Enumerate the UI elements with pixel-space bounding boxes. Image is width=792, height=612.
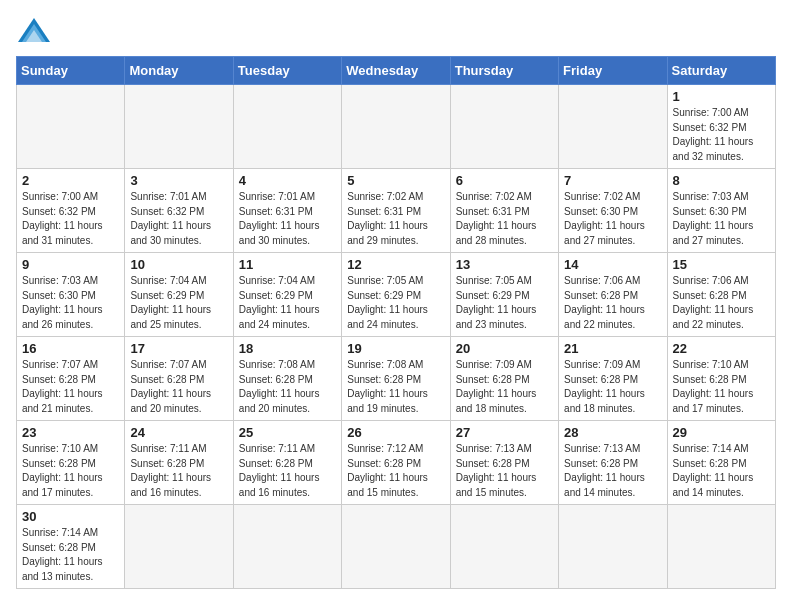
- calendar-day-cell: 16Sunrise: 7:07 AM Sunset: 6:28 PM Dayli…: [17, 337, 125, 421]
- calendar-day-cell: 24Sunrise: 7:11 AM Sunset: 6:28 PM Dayli…: [125, 421, 233, 505]
- day-number: 2: [22, 173, 119, 188]
- calendar-day-cell: 20Sunrise: 7:09 AM Sunset: 6:28 PM Dayli…: [450, 337, 558, 421]
- day-number: 17: [130, 341, 227, 356]
- day-info: Sunrise: 7:05 AM Sunset: 6:29 PM Dayligh…: [347, 274, 444, 332]
- day-info: Sunrise: 7:07 AM Sunset: 6:28 PM Dayligh…: [22, 358, 119, 416]
- weekday-header-tuesday: Tuesday: [233, 57, 341, 85]
- day-number: 10: [130, 257, 227, 272]
- weekday-header-wednesday: Wednesday: [342, 57, 450, 85]
- calendar-day-cell: 2Sunrise: 7:00 AM Sunset: 6:32 PM Daylig…: [17, 169, 125, 253]
- day-number: 1: [673, 89, 770, 104]
- page-header: [16, 16, 776, 44]
- calendar-day-cell: 23Sunrise: 7:10 AM Sunset: 6:28 PM Dayli…: [17, 421, 125, 505]
- calendar-day-cell: 17Sunrise: 7:07 AM Sunset: 6:28 PM Dayli…: [125, 337, 233, 421]
- calendar-day-cell: 13Sunrise: 7:05 AM Sunset: 6:29 PM Dayli…: [450, 253, 558, 337]
- day-info: Sunrise: 7:11 AM Sunset: 6:28 PM Dayligh…: [239, 442, 336, 500]
- day-number: 12: [347, 257, 444, 272]
- calendar-day-cell: 12Sunrise: 7:05 AM Sunset: 6:29 PM Dayli…: [342, 253, 450, 337]
- calendar-day-cell: 21Sunrise: 7:09 AM Sunset: 6:28 PM Dayli…: [559, 337, 667, 421]
- day-info: Sunrise: 7:14 AM Sunset: 6:28 PM Dayligh…: [22, 526, 119, 584]
- logo: [16, 16, 56, 44]
- day-number: 15: [673, 257, 770, 272]
- calendar-day-cell: 26Sunrise: 7:12 AM Sunset: 6:28 PM Dayli…: [342, 421, 450, 505]
- weekday-header-thursday: Thursday: [450, 57, 558, 85]
- calendar-day-cell: 19Sunrise: 7:08 AM Sunset: 6:28 PM Dayli…: [342, 337, 450, 421]
- calendar-day-cell: [125, 85, 233, 169]
- day-number: 24: [130, 425, 227, 440]
- weekday-header-row: SundayMondayTuesdayWednesdayThursdayFrid…: [17, 57, 776, 85]
- day-number: 27: [456, 425, 553, 440]
- day-info: Sunrise: 7:03 AM Sunset: 6:30 PM Dayligh…: [22, 274, 119, 332]
- day-number: 30: [22, 509, 119, 524]
- day-info: Sunrise: 7:04 AM Sunset: 6:29 PM Dayligh…: [239, 274, 336, 332]
- day-number: 20: [456, 341, 553, 356]
- calendar-day-cell: [17, 85, 125, 169]
- day-info: Sunrise: 7:04 AM Sunset: 6:29 PM Dayligh…: [130, 274, 227, 332]
- weekday-header-sunday: Sunday: [17, 57, 125, 85]
- calendar-week-row: 30Sunrise: 7:14 AM Sunset: 6:28 PM Dayli…: [17, 505, 776, 589]
- calendar-day-cell: [342, 505, 450, 589]
- calendar-day-cell: 28Sunrise: 7:13 AM Sunset: 6:28 PM Dayli…: [559, 421, 667, 505]
- day-number: 25: [239, 425, 336, 440]
- calendar-day-cell: 11Sunrise: 7:04 AM Sunset: 6:29 PM Dayli…: [233, 253, 341, 337]
- day-info: Sunrise: 7:08 AM Sunset: 6:28 PM Dayligh…: [239, 358, 336, 416]
- calendar-day-cell: [233, 505, 341, 589]
- day-info: Sunrise: 7:11 AM Sunset: 6:28 PM Dayligh…: [130, 442, 227, 500]
- calendar-day-cell: 25Sunrise: 7:11 AM Sunset: 6:28 PM Dayli…: [233, 421, 341, 505]
- day-info: Sunrise: 7:08 AM Sunset: 6:28 PM Dayligh…: [347, 358, 444, 416]
- calendar-day-cell: 30Sunrise: 7:14 AM Sunset: 6:28 PM Dayli…: [17, 505, 125, 589]
- day-number: 9: [22, 257, 119, 272]
- calendar-day-cell: [450, 505, 558, 589]
- day-number: 21: [564, 341, 661, 356]
- calendar-day-cell: 4Sunrise: 7:01 AM Sunset: 6:31 PM Daylig…: [233, 169, 341, 253]
- day-info: Sunrise: 7:13 AM Sunset: 6:28 PM Dayligh…: [564, 442, 661, 500]
- calendar-day-cell: 29Sunrise: 7:14 AM Sunset: 6:28 PM Dayli…: [667, 421, 775, 505]
- day-info: Sunrise: 7:09 AM Sunset: 6:28 PM Dayligh…: [564, 358, 661, 416]
- day-info: Sunrise: 7:06 AM Sunset: 6:28 PM Dayligh…: [564, 274, 661, 332]
- day-number: 6: [456, 173, 553, 188]
- day-info: Sunrise: 7:02 AM Sunset: 6:30 PM Dayligh…: [564, 190, 661, 248]
- day-number: 11: [239, 257, 336, 272]
- calendar-day-cell: [233, 85, 341, 169]
- calendar-week-row: 1Sunrise: 7:00 AM Sunset: 6:32 PM Daylig…: [17, 85, 776, 169]
- day-info: Sunrise: 7:00 AM Sunset: 6:32 PM Dayligh…: [22, 190, 119, 248]
- calendar-week-row: 2Sunrise: 7:00 AM Sunset: 6:32 PM Daylig…: [17, 169, 776, 253]
- calendar-day-cell: 9Sunrise: 7:03 AM Sunset: 6:30 PM Daylig…: [17, 253, 125, 337]
- calendar-week-row: 23Sunrise: 7:10 AM Sunset: 6:28 PM Dayli…: [17, 421, 776, 505]
- day-info: Sunrise: 7:12 AM Sunset: 6:28 PM Dayligh…: [347, 442, 444, 500]
- calendar-day-cell: 18Sunrise: 7:08 AM Sunset: 6:28 PM Dayli…: [233, 337, 341, 421]
- day-number: 7: [564, 173, 661, 188]
- day-info: Sunrise: 7:06 AM Sunset: 6:28 PM Dayligh…: [673, 274, 770, 332]
- calendar-day-cell: 7Sunrise: 7:02 AM Sunset: 6:30 PM Daylig…: [559, 169, 667, 253]
- day-info: Sunrise: 7:13 AM Sunset: 6:28 PM Dayligh…: [456, 442, 553, 500]
- day-info: Sunrise: 7:10 AM Sunset: 6:28 PM Dayligh…: [673, 358, 770, 416]
- weekday-header-saturday: Saturday: [667, 57, 775, 85]
- calendar-week-row: 16Sunrise: 7:07 AM Sunset: 6:28 PM Dayli…: [17, 337, 776, 421]
- calendar-day-cell: 15Sunrise: 7:06 AM Sunset: 6:28 PM Dayli…: [667, 253, 775, 337]
- day-number: 18: [239, 341, 336, 356]
- day-number: 13: [456, 257, 553, 272]
- day-info: Sunrise: 7:05 AM Sunset: 6:29 PM Dayligh…: [456, 274, 553, 332]
- day-info: Sunrise: 7:00 AM Sunset: 6:32 PM Dayligh…: [673, 106, 770, 164]
- day-number: 26: [347, 425, 444, 440]
- day-info: Sunrise: 7:09 AM Sunset: 6:28 PM Dayligh…: [456, 358, 553, 416]
- calendar-day-cell: 6Sunrise: 7:02 AM Sunset: 6:31 PM Daylig…: [450, 169, 558, 253]
- day-number: 28: [564, 425, 661, 440]
- day-number: 23: [22, 425, 119, 440]
- weekday-header-monday: Monday: [125, 57, 233, 85]
- day-info: Sunrise: 7:01 AM Sunset: 6:31 PM Dayligh…: [239, 190, 336, 248]
- calendar-day-cell: [559, 505, 667, 589]
- day-number: 29: [673, 425, 770, 440]
- day-number: 5: [347, 173, 444, 188]
- day-info: Sunrise: 7:02 AM Sunset: 6:31 PM Dayligh…: [347, 190, 444, 248]
- calendar-day-cell: [125, 505, 233, 589]
- calendar-day-cell: 8Sunrise: 7:03 AM Sunset: 6:30 PM Daylig…: [667, 169, 775, 253]
- calendar-day-cell: [559, 85, 667, 169]
- calendar-day-cell: 10Sunrise: 7:04 AM Sunset: 6:29 PM Dayli…: [125, 253, 233, 337]
- calendar-day-cell: [342, 85, 450, 169]
- day-info: Sunrise: 7:03 AM Sunset: 6:30 PM Dayligh…: [673, 190, 770, 248]
- day-number: 4: [239, 173, 336, 188]
- calendar-day-cell: 5Sunrise: 7:02 AM Sunset: 6:31 PM Daylig…: [342, 169, 450, 253]
- day-number: 14: [564, 257, 661, 272]
- day-info: Sunrise: 7:14 AM Sunset: 6:28 PM Dayligh…: [673, 442, 770, 500]
